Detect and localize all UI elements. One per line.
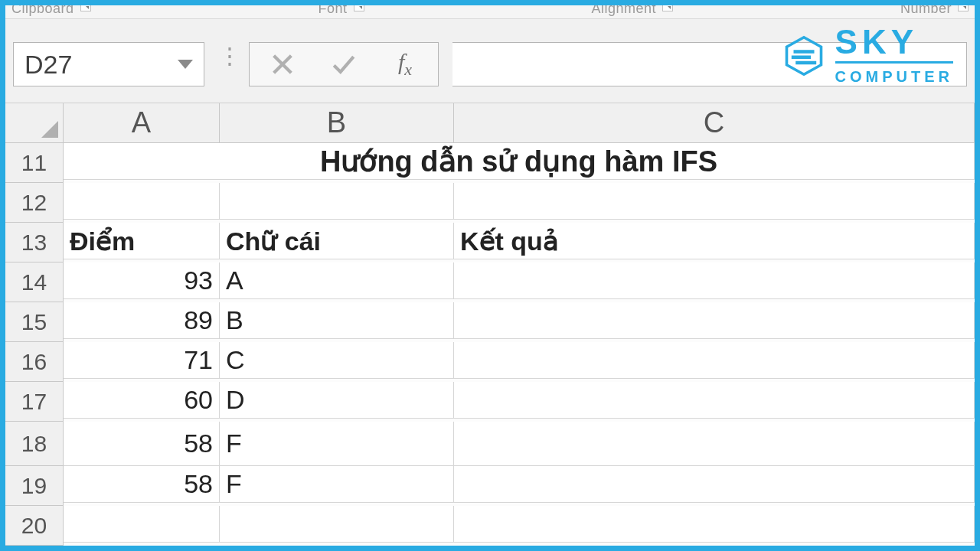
- row-header[interactable]: 15: [5, 302, 64, 342]
- col-header-B[interactable]: B: [220, 103, 454, 143]
- row-header[interactable]: 17: [5, 382, 64, 422]
- row-header[interactable]: 18: [5, 422, 64, 466]
- cell[interactable]: 58: [64, 422, 220, 466]
- cell[interactable]: [454, 262, 975, 299]
- cancel-button[interactable]: [254, 44, 311, 85]
- cell[interactable]: [220, 183, 454, 220]
- cell-title-merged[interactable]: Hướng dẫn sử dụng hàm IFS: [64, 143, 975, 180]
- row-header[interactable]: 20: [5, 506, 64, 546]
- name-box-value: D27: [24, 50, 72, 80]
- formula-bar-controls: fx: [249, 42, 439, 86]
- dialog-launcher-icon[interactable]: [354, 5, 364, 11]
- app-window: Clipboard Font Alignment Number D27 ⋮ fx: [5, 5, 975, 546]
- cell[interactable]: 89: [64, 302, 220, 339]
- check-icon: [331, 51, 357, 77]
- sky-logo-icon: [783, 35, 825, 77]
- cell[interactable]: C: [220, 342, 454, 379]
- cell[interactable]: 93: [64, 262, 220, 299]
- logo-text-2: COMPUTER: [835, 68, 953, 86]
- row-header[interactable]: 19: [5, 466, 64, 506]
- cell[interactable]: [64, 183, 220, 220]
- fx-icon: fx: [398, 49, 412, 74]
- ribbon-group-font: Font: [318, 5, 348, 12]
- ribbon-group-number: Number: [900, 5, 952, 12]
- dialog-launcher-icon[interactable]: [662, 5, 673, 11]
- cell[interactable]: 60: [64, 382, 220, 419]
- close-icon: [270, 51, 296, 77]
- col-header-A[interactable]: A: [64, 103, 220, 143]
- dialog-launcher-icon[interactable]: [958, 5, 969, 11]
- cell[interactable]: [454, 466, 975, 503]
- ribbon-group-alignment: Alignment: [591, 5, 656, 12]
- cell[interactable]: [454, 342, 975, 379]
- select-all-triangle[interactable]: [5, 103, 64, 143]
- col-header-C[interactable]: C: [454, 103, 975, 143]
- dialog-launcher-icon[interactable]: [80, 5, 91, 11]
- cell[interactable]: [220, 506, 454, 543]
- cell[interactable]: [454, 422, 975, 466]
- cell[interactable]: D: [220, 382, 454, 419]
- row-header[interactable]: 11: [5, 143, 64, 183]
- row-header[interactable]: 16: [5, 342, 64, 382]
- watermark-logo: SKY COMPUTER: [783, 25, 953, 86]
- cell[interactable]: 58: [64, 466, 220, 503]
- ribbon-group-clipboard: Clipboard: [11, 5, 74, 12]
- cell[interactable]: [64, 506, 220, 543]
- cell-header-ketqua[interactable]: Kết quả: [454, 223, 975, 259]
- cell[interactable]: A: [220, 262, 454, 299]
- cell[interactable]: [454, 183, 975, 220]
- cell-header-diem[interactable]: Điểm: [64, 223, 220, 259]
- cell[interactable]: B: [220, 302, 454, 339]
- row-header[interactable]: 13: [5, 223, 64, 262]
- cell[interactable]: [454, 302, 975, 339]
- row-header[interactable]: 12: [5, 183, 64, 223]
- cell[interactable]: F: [220, 422, 454, 466]
- chevron-down-icon[interactable]: [178, 60, 193, 69]
- row-header[interactable]: 14: [5, 262, 64, 302]
- vertical-dots-icon[interactable]: ⋮: [218, 42, 235, 87]
- insert-function-button[interactable]: fx: [377, 49, 433, 80]
- cell[interactable]: [454, 506, 975, 543]
- enter-button[interactable]: [315, 44, 372, 85]
- name-box[interactable]: D27: [13, 42, 204, 86]
- cell[interactable]: [454, 382, 975, 419]
- cell-header-chucai[interactable]: Chữ cái: [220, 223, 454, 259]
- cell[interactable]: F: [220, 466, 454, 503]
- ribbon-groups-row: Clipboard Font Alignment Number: [5, 5, 975, 19]
- logo-text-1: SKY: [835, 25, 953, 59]
- cell[interactable]: 71: [64, 342, 220, 379]
- spreadsheet-grid[interactable]: A B C 11 Hướng dẫn sử dụng hàm IFS 12 13…: [5, 103, 975, 546]
